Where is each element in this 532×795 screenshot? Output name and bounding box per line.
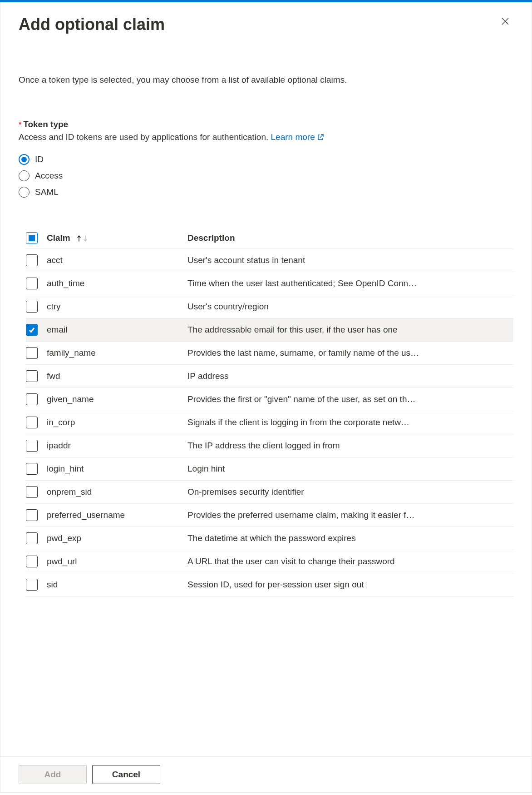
cancel-button[interactable]: Cancel xyxy=(92,765,160,784)
table-row[interactable]: login_hintLogin hint xyxy=(26,457,513,481)
learn-more-text: Learn more xyxy=(271,132,315,142)
description-cell: Signals if the client is logging in from… xyxy=(187,417,513,427)
select-all-checkbox[interactable] xyxy=(26,232,38,244)
claim-cell: onprem_sid xyxy=(47,487,187,497)
description-cell: Provides the preferred username claim, m… xyxy=(187,510,513,520)
radio-button-icon xyxy=(19,187,30,198)
claim-cell: in_corp xyxy=(47,417,187,427)
table-row[interactable]: preferred_usernameProvides the preferred… xyxy=(26,504,513,527)
claim-cell: preferred_username xyxy=(47,510,187,520)
claim-cell: pwd_url xyxy=(47,556,187,566)
table-row[interactable]: ipaddrThe IP address the client logged i… xyxy=(26,434,513,457)
table-row[interactable]: ctryUser's country/region xyxy=(26,295,513,318)
claim-cell: pwd_exp xyxy=(47,533,187,543)
description-cell: User's country/region xyxy=(187,302,513,312)
sort-icons xyxy=(76,235,88,242)
sort-up-icon xyxy=(76,235,82,242)
table-row[interactable]: onprem_sidOn-premises security identifie… xyxy=(26,481,513,504)
row-checkbox[interactable] xyxy=(26,254,38,266)
claim-cell: auth_time xyxy=(47,278,187,288)
header-claim[interactable]: Claim xyxy=(47,233,187,243)
checkbox-cell xyxy=(26,463,47,475)
row-checkbox[interactable] xyxy=(26,347,38,359)
description-cell: Login hint xyxy=(187,464,513,474)
claim-cell: family_name xyxy=(47,348,187,358)
table-row[interactable]: in_corpSignals if the client is logging … xyxy=(26,411,513,434)
table-row[interactable]: family_nameProvides the last name, surna… xyxy=(26,342,513,365)
description-cell: The datetime at which the password expir… xyxy=(187,533,513,543)
row-checkbox[interactable] xyxy=(26,509,38,521)
row-checkbox[interactable] xyxy=(26,440,38,452)
row-checkbox[interactable] xyxy=(26,370,38,382)
row-checkbox[interactable] xyxy=(26,532,38,544)
panel-title: Add optional claim xyxy=(19,15,165,34)
checkbox-cell xyxy=(26,417,47,428)
intro-text: Once a token type is selected, you may c… xyxy=(19,75,513,85)
checkbox-cell xyxy=(26,278,47,289)
claim-cell: ipaddr xyxy=(47,441,187,451)
claim-cell: acct xyxy=(47,255,187,265)
learn-more-link[interactable]: Learn more xyxy=(271,132,324,142)
row-checkbox[interactable] xyxy=(26,486,38,498)
checkbox-cell xyxy=(26,579,47,591)
row-checkbox[interactable] xyxy=(26,417,38,428)
description-cell: A URL that the user can visit to change … xyxy=(187,556,513,566)
table-row[interactable]: emailThe addressable email for this user… xyxy=(26,318,513,342)
description-cell: Time when the user last authenticated; S… xyxy=(187,278,513,288)
row-checkbox[interactable] xyxy=(26,278,38,289)
table-row[interactable]: auth_timeTime when the user last authent… xyxy=(26,272,513,295)
radio-id[interactable]: ID xyxy=(19,151,513,168)
row-checkbox[interactable] xyxy=(26,393,38,405)
required-asterisk: * xyxy=(19,121,21,129)
panel-footer: Add Cancel xyxy=(0,756,532,792)
claim-cell: fwd xyxy=(47,371,187,381)
description-cell: The IP address the client logged in from xyxy=(187,441,513,451)
radio-saml[interactable]: SAML xyxy=(19,184,513,200)
table-row[interactable]: pwd_expThe datetime at which the passwor… xyxy=(26,527,513,550)
sort-down-icon xyxy=(83,235,88,242)
checkbox-cell xyxy=(26,324,47,336)
description-cell: IP address xyxy=(187,371,513,381)
checkbox-cell xyxy=(26,301,47,313)
checkbox-cell xyxy=(26,556,47,567)
row-checkbox[interactable] xyxy=(26,301,38,313)
description-cell: Provides the first or "given" name of th… xyxy=(187,394,513,404)
table-row[interactable]: fwdIP address xyxy=(26,365,513,388)
table-row[interactable]: pwd_urlA URL that the user can visit to … xyxy=(26,550,513,573)
description-cell: The addressable email for this user, if … xyxy=(187,325,513,335)
add-button[interactable]: Add xyxy=(19,765,87,784)
table-row[interactable]: acctUser's account status in tenant xyxy=(26,249,513,272)
radio-label: ID xyxy=(35,154,44,164)
checkbox-cell xyxy=(26,440,47,452)
description-cell: Session ID, used for per-session user si… xyxy=(187,580,513,590)
table-row[interactable]: sidSession ID, used for per-session user… xyxy=(26,573,513,596)
radio-label: Access xyxy=(35,171,63,181)
checkbox-cell xyxy=(26,254,47,266)
token-type-description-row: Access and ID tokens are used by applica… xyxy=(19,132,513,143)
table-row[interactable]: given_nameProvides the first or "given" … xyxy=(26,388,513,411)
radio-button-icon xyxy=(19,170,30,181)
row-checkbox[interactable] xyxy=(26,324,38,336)
description-cell: User's account status in tenant xyxy=(187,255,513,265)
add-optional-claim-panel: Add optional claim Once a token type is … xyxy=(0,2,532,793)
close-icon xyxy=(501,20,510,27)
row-checkbox[interactable] xyxy=(26,579,38,591)
claims-table: Claim Description acctUser's account sta… xyxy=(26,228,513,596)
token-type-radios: IDAccessSAML xyxy=(19,151,513,200)
checkbox-cell xyxy=(26,370,47,382)
claim-cell: login_hint xyxy=(47,464,187,474)
radio-label: SAML xyxy=(35,187,59,197)
header-description[interactable]: Description xyxy=(187,233,513,243)
select-all-cell xyxy=(26,232,47,244)
radio-access[interactable]: Access xyxy=(19,168,513,184)
row-checkbox[interactable] xyxy=(26,463,38,475)
panel-header: Add optional claim xyxy=(19,13,513,34)
token-type-section: *Token type Access and ID tokens are use… xyxy=(19,119,513,200)
description-cell: On-premises security identifier xyxy=(187,487,513,497)
claim-cell: email xyxy=(47,325,187,335)
row-checkbox[interactable] xyxy=(26,556,38,567)
checkbox-cell xyxy=(26,393,47,405)
table-body: acctUser's account status in tenantauth_… xyxy=(26,249,513,596)
close-button[interactable] xyxy=(497,13,513,31)
checkbox-cell xyxy=(26,509,47,521)
